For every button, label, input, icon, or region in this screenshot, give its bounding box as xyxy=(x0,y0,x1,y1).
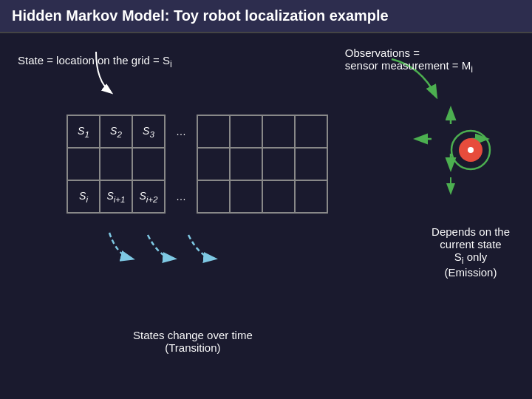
cell-ellipsis2: … xyxy=(165,180,197,213)
cell-s2: S2 xyxy=(100,115,132,148)
cell-empty1 xyxy=(197,115,230,148)
cell-row2-3 xyxy=(132,148,165,180)
cell-si1: Si+1 xyxy=(100,180,132,213)
state-grid: S1 S2 S3 … Si Si+1 xyxy=(66,115,328,214)
cell-row3-8 xyxy=(295,180,327,213)
cell-row2-5 xyxy=(197,148,230,180)
depends-label: Depends on the current state Si only (Em… xyxy=(432,225,510,279)
observations-label: Observations = sensor measurement = Mi xyxy=(345,47,473,75)
cell-row3-7 xyxy=(262,180,295,213)
svg-point-6 xyxy=(468,147,474,153)
cell-row2-2 xyxy=(100,148,132,180)
cell-s3: S3 xyxy=(132,115,165,148)
state-label: State = location on the grid = Si xyxy=(18,54,172,69)
cell-empty2 xyxy=(230,115,262,148)
cell-row2-6 xyxy=(230,148,262,180)
cell-row2-7 xyxy=(262,148,295,180)
cell-empty3 xyxy=(262,115,295,148)
transition-label: States change over time (Transition) xyxy=(133,329,253,354)
cell-row2-ellipsis xyxy=(165,148,197,180)
cell-ellipsis1: … xyxy=(165,115,197,148)
cell-row3-6 xyxy=(230,180,262,213)
title-text: Hidden Markov Model: Toy robot localizat… xyxy=(12,7,389,24)
cell-si: Si xyxy=(67,180,100,213)
robot-icon xyxy=(450,129,491,174)
page-title: Hidden Markov Model: Toy robot localizat… xyxy=(0,0,532,33)
cell-row3-5 xyxy=(197,180,230,213)
cell-row2-1 xyxy=(67,148,100,180)
cell-row2-8 xyxy=(295,148,327,180)
cell-si2: Si+2 xyxy=(132,180,165,213)
cell-empty4 xyxy=(295,115,327,148)
cell-s1: S1 xyxy=(67,115,100,148)
